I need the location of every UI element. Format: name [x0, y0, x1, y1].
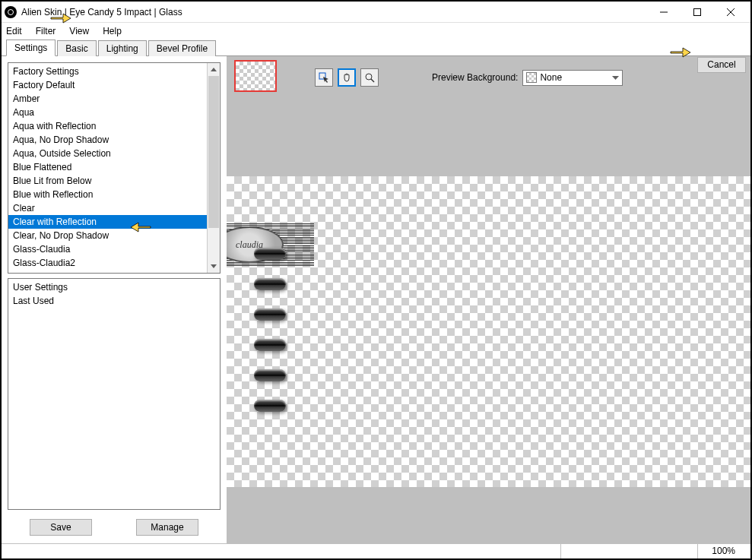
tab-settings[interactable]: Settings	[6, 40, 56, 56]
svg-point-5	[366, 74, 372, 80]
content-area: Factory Settings Factory DefaultAmberAqu…	[2, 56, 750, 543]
glass-pill-shape	[254, 308, 286, 321]
zoom-tool-button[interactable]	[360, 68, 379, 87]
glass-pill-shape	[254, 278, 286, 290]
app-window: Alien Skin | Eye Candy 5 Impact | Glass …	[0, 0, 752, 560]
svg-rect-1	[694, 8, 701, 15]
chevron-down-icon	[612, 72, 619, 83]
select-tool-button[interactable]	[315, 68, 333, 87]
hand-tool-button[interactable]	[338, 68, 356, 87]
statusbar: 100%	[2, 543, 750, 558]
glass-pill-shape	[254, 248, 286, 260]
factory-list-item[interactable]: Glass-Claudia3	[8, 270, 207, 274]
minimize-button[interactable]	[647, 3, 681, 21]
menubar: Edit Filter View Help	[2, 23, 750, 40]
menu-help[interactable]: Help	[103, 26, 122, 36]
tab-basic[interactable]: Basic	[57, 40, 96, 56]
window-title: Alien Skin | Eye Candy 5 Impact | Glass	[21, 7, 647, 17]
thumbnail-toolbar: Preview Background: None	[227, 56, 750, 108]
factory-settings-list[interactable]: Factory Settings Factory DefaultAmberAqu…	[8, 62, 221, 274]
preview-bg-dropdown[interactable]: None	[522, 70, 623, 86]
factory-list-item[interactable]: Clear	[8, 201, 207, 215]
glass-pill-shape	[254, 339, 286, 351]
user-list-item[interactable]: Last Used	[8, 294, 220, 308]
factory-scrollbar[interactable]	[207, 63, 220, 273]
settings-buttons: Save Manage	[8, 514, 221, 537]
pointer-rect-icon	[319, 72, 329, 83]
titlebar: Alien Skin | Eye Candy 5 Impact | Glass	[2, 2, 750, 23]
scroll-down-icon[interactable]	[208, 260, 220, 273]
tab-lighting[interactable]: Lighting	[98, 40, 147, 56]
factory-list-item[interactable]: Glass-Claudia2	[8, 256, 207, 270]
user-settings-list[interactable]: User Settings Last Used	[8, 278, 221, 510]
preview-panel: OK Cancel Preview Backgrou	[227, 56, 750, 543]
factory-list-item[interactable]: Glass-Claudia	[8, 242, 207, 256]
user-header: User Settings	[8, 280, 220, 294]
preview-bg-label: Preview Background:	[432, 72, 518, 83]
status-spacer	[560, 544, 697, 558]
cancel-button[interactable]: Cancel	[697, 57, 746, 73]
scroll-thumb[interactable]	[208, 76, 219, 228]
scroll-up-icon[interactable]	[208, 63, 220, 76]
glass-pill-shape	[254, 400, 286, 412]
factory-list-item[interactable]: Aqua	[8, 106, 207, 119]
preview-canvas[interactable]: claudia	[227, 176, 750, 487]
zoom-level: 100%	[697, 544, 750, 558]
glass-pill-shape	[254, 369, 286, 381]
preview-bg-value: None	[540, 72, 562, 83]
factory-list-item[interactable]: Blue Lit from Below	[8, 174, 207, 188]
tab-bevel-profile[interactable]: Bevel Profile	[148, 40, 216, 56]
svg-line-6	[371, 79, 374, 82]
factory-header: Factory Settings	[8, 65, 207, 78]
menu-edit[interactable]: Edit	[6, 26, 22, 36]
menu-view[interactable]: View	[69, 26, 89, 36]
menu-filter[interactable]: Filter	[36, 26, 56, 36]
app-icon	[5, 6, 17, 18]
tab-bar: Settings Basic Lighting Bevel Profile	[2, 40, 750, 56]
factory-list-item[interactable]: Aqua, No Drop Shadow	[8, 133, 207, 147]
transparency-swatch-icon	[526, 72, 537, 83]
save-button[interactable]: Save	[30, 519, 92, 536]
preview-bottom-margin	[227, 487, 750, 543]
factory-list-item[interactable]: Amber	[8, 92, 207, 106]
factory-list-item[interactable]: Blue with Reflection	[8, 188, 207, 201]
factory-list-item[interactable]: Aqua with Reflection	[8, 119, 207, 133]
hand-icon	[341, 72, 352, 83]
factory-list-item[interactable]: Blue Flattened	[8, 160, 207, 174]
factory-list-item[interactable]: Aqua, Outside Selection	[8, 147, 207, 160]
magnifier-icon	[364, 72, 375, 83]
window-controls	[647, 3, 747, 21]
close-button[interactable]	[714, 3, 747, 21]
preview-top-margin	[227, 108, 750, 176]
factory-list-item[interactable]: Factory Default	[8, 78, 207, 92]
factory-list-item[interactable]: Clear with Reflection	[8, 215, 207, 229]
preview-thumbnail[interactable]	[234, 60, 277, 92]
factory-list-item[interactable]: Clear, No Drop Shadow	[8, 229, 207, 242]
maximize-button[interactable]	[681, 3, 714, 21]
settings-panel: Factory Settings Factory DefaultAmberAqu…	[2, 56, 227, 543]
manage-button[interactable]: Manage	[136, 519, 198, 536]
